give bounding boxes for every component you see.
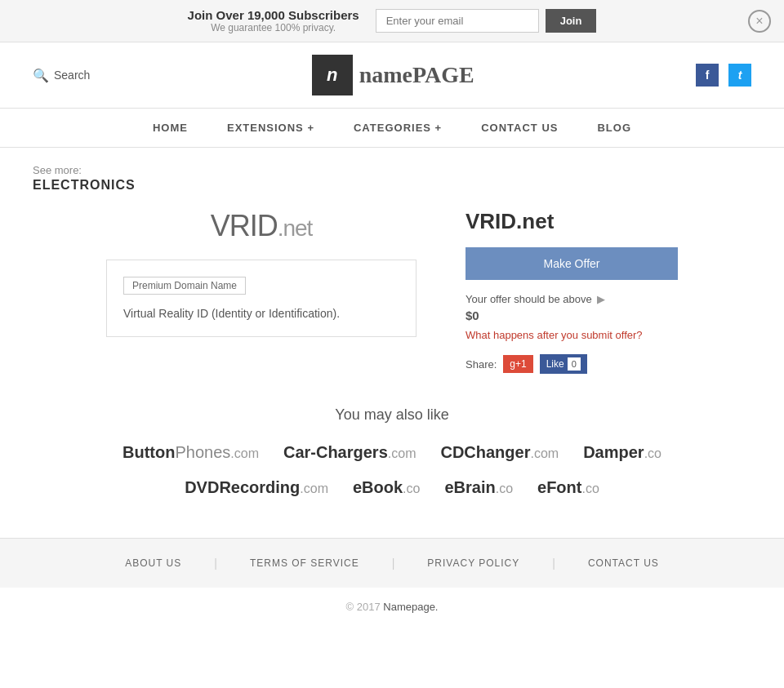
similar-item-ebrain[interactable]: eBrain.co [444, 478, 513, 497]
see-more-label: See more: [33, 164, 751, 176]
similar-row-1: ButtonPhones.com Car-Chargers.com CDChan… [33, 443, 751, 462]
footer-contact[interactable]: CONTACT US [588, 557, 659, 569]
search-label: Search [54, 69, 90, 82]
similar-item-carchargers[interactable]: Car-Chargers.com [283, 443, 416, 462]
offer-link[interactable]: What happens after you submit offer? [466, 329, 678, 341]
footer-privacy[interactable]: PRIVACY POLICY [427, 557, 519, 569]
banner-main-text: Join Over 19,000 Subscribers [188, 8, 359, 22]
main-content: See more: ELECTRONICS VRID.net Premium D… [0, 148, 784, 538]
footer-divider-1: | [214, 557, 217, 570]
logo-area[interactable]: n namePAGE [312, 55, 474, 95]
similar-section: You may also like ButtonPhones.com Car-C… [33, 406, 751, 497]
offer-price: $0 [466, 308, 678, 322]
footer-terms[interactable]: TERMS OF SERVICE [250, 557, 359, 569]
footer-links: ABOUT US | TERMS OF SERVICE | PRIVACY PO… [0, 538, 784, 588]
footer-copyright: © 2017 Namepage. [0, 588, 784, 626]
share-row: Share: g+1 Like 0 [466, 354, 678, 374]
breadcrumb: See more: ELECTRONICS [33, 164, 751, 193]
similar-item-dvdrecording[interactable]: DVDRecording.com [185, 478, 328, 497]
similar-item-cdchanger[interactable]: CDChanger.com [440, 443, 559, 462]
domain-info-tag: Premium Domain Name [123, 277, 246, 295]
offer-note-text: Your offer should be above [466, 293, 592, 305]
similar-title: You may also like [33, 406, 751, 424]
nav-categories[interactable]: CATEGORIES + [334, 109, 461, 147]
make-offer-button[interactable]: Make Offer [466, 247, 678, 280]
domain-right: VRID.net Make Offer Your offer should be… [466, 209, 678, 374]
facebook-icon[interactable]: f [696, 64, 719, 87]
offer-arrow-icon: ▶ [597, 293, 605, 305]
category-label: ELECTRONICS [33, 178, 751, 193]
footer-divider-3: | [552, 557, 555, 570]
gplus-button[interactable]: g+1 [503, 355, 532, 373]
nav-home[interactable]: HOME [133, 109, 207, 147]
fb-like-label: Like [546, 358, 564, 370]
domain-section: VRID.net Premium Domain Name Virtual Rea… [33, 209, 751, 374]
domain-info-box: Premium Domain Name Virtual Reality ID (… [106, 260, 416, 337]
offer-note: Your offer should be above ▶ [466, 293, 678, 305]
share-label: Share: [466, 358, 497, 371]
logo-text: namePAGE [359, 62, 474, 88]
nav: HOME EXTENSIONS + CATEGORIES + CONTACT U… [0, 109, 784, 148]
email-input[interactable] [376, 9, 539, 33]
search-area[interactable]: 🔍 Search [33, 68, 90, 83]
header: 🔍 Search n namePAGE f t [0, 42, 784, 109]
banner-text: Join Over 19,000 Subscribers We guarante… [188, 8, 359, 33]
nav-contact[interactable]: CONTACT US [461, 109, 577, 147]
logo-icon: n [312, 55, 353, 95]
copyright-year: © 2017 [346, 601, 381, 613]
domain-left: VRID.net Premium Domain Name Virtual Rea… [106, 209, 416, 337]
domain-title: VRID.net [466, 209, 678, 234]
email-form: Join [376, 9, 597, 33]
domain-logo: VRID.net [106, 209, 416, 243]
fb-count: 0 [568, 357, 581, 371]
domain-logo-ext: .net [278, 215, 313, 241]
search-icon: 🔍 [33, 68, 49, 83]
similar-row-2: DVDRecording.com eBook.co eBrain.co eFon… [33, 478, 751, 497]
domain-description: Virtual Reality ID (Identity or Identifi… [123, 307, 399, 320]
footer-divider-2: | [392, 557, 395, 570]
twitter-icon[interactable]: t [728, 64, 751, 87]
similar-item-buttonphones[interactable]: ButtonPhones.com [122, 443, 259, 462]
similar-item-damper[interactable]: Damper.co [583, 443, 662, 462]
fb-like-button[interactable]: Like 0 [540, 354, 587, 374]
close-button[interactable]: × [748, 10, 771, 33]
footer-about[interactable]: ABOUT US [125, 557, 181, 569]
banner-sub-text: We guarantee 100% privacy. [188, 22, 359, 33]
logo-box: n namePAGE [312, 55, 474, 95]
social-icons: f t [696, 64, 751, 87]
footer-brand[interactable]: Namepage. [383, 601, 438, 613]
domain-logo-main: VRID [211, 209, 278, 242]
top-banner: Join Over 19,000 Subscribers We guarante… [0, 0, 784, 42]
join-button[interactable]: Join [546, 9, 597, 33]
nav-extensions[interactable]: EXTENSIONS + [207, 109, 334, 147]
nav-blog[interactable]: BLOG [577, 109, 651, 147]
similar-item-ebook[interactable]: eBook.co [353, 478, 420, 497]
similar-item-efont[interactable]: eFont.co [537, 478, 599, 497]
